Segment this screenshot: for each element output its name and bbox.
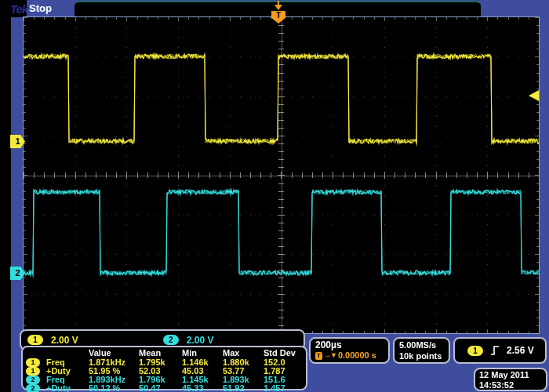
column-header-max: Max (223, 348, 264, 358)
time-display: 14:53:52 (479, 380, 542, 390)
measurement-channel-badge: 1 (26, 358, 40, 367)
measurement-channel-badge: 1 (26, 367, 40, 376)
rising-edge-icon (490, 345, 500, 356)
graticule (24, 17, 539, 333)
trigger-source-badge: 1 (467, 346, 483, 356)
trigger-position-arrow-icon (274, 5, 282, 10)
waveform-display (24, 17, 539, 333)
sample-rate: 5.00MS/s (399, 339, 444, 350)
oscilloscope-screen: Tek Stop T 1 2 1 2.00 V 2 2.00 V Value M… (0, 0, 549, 392)
measurement-row: 1 +Duty 51.95 % 52.03 45.03 53.77 1.787 (26, 366, 303, 375)
measurement-row: 2 +Duty 50.12 % 50.47 45.33 51.92 1.457 (26, 383, 303, 392)
horizontal-scale: 200µs (315, 339, 384, 350)
channel-2-scale: 2.00 V (187, 335, 214, 346)
trigger-level-value: 2.56 V (507, 345, 534, 356)
measurement-value: 50.12 % (89, 383, 139, 392)
trigger-square-icon: T (315, 352, 322, 360)
date-display: 12 May 2011 (479, 370, 542, 380)
delay-arrow-icon: →▼ (324, 350, 336, 361)
left-bezel-strip (0, 0, 11, 392)
measurement-name: +Duty (46, 383, 89, 392)
horizontal-readout-box: 200µs T →▼ 0.00000 s (309, 337, 390, 364)
record-length: 10k points (399, 350, 444, 361)
measurement-table: Value Mean Min Max Std Dev 1 Freq 1.871k… (21, 346, 307, 390)
measurement-row: 1 Freq 1.871kHz 1.795k 1.146k 1.880k 152… (26, 358, 303, 366)
measurement-header-row: Value Mean Min Max Std Dev (26, 348, 303, 358)
column-header-value: Value (89, 348, 139, 358)
horizontal-delay-readout: T →▼ 0.00000 s (315, 350, 384, 361)
trigger-flag-icon: T (271, 11, 285, 24)
acquisition-status: Stop (29, 2, 52, 14)
measurement-channel-badge: 2 (26, 384, 40, 392)
measurement-max: 51.92 (223, 383, 264, 392)
measurement-min: 45.33 (182, 383, 223, 392)
measurement-channel-badge: 2 (26, 376, 40, 384)
datetime-box: 12 May 2011 14:53:52 (474, 368, 547, 391)
measurement-row: 2 Freq 1.893kHz 1.796k 1.145k 1.893k 151… (26, 375, 303, 383)
channel-2-scale-group: 2 2.00 V (163, 335, 214, 346)
column-header-min: Min (182, 348, 223, 358)
measurement-stddev: 1.457 (264, 383, 303, 392)
channel-1-badge: 1 (27, 335, 43, 345)
channel-2-badge: 2 (163, 335, 179, 345)
channel-1-scale: 2.00 V (51, 335, 78, 346)
measurement-mean: 50.47 (139, 383, 182, 392)
trigger-position-marker: T (271, 1, 285, 24)
horizontal-delay-value: 0.00000 s (338, 350, 376, 361)
trigger-readout-box: 1 2.56 V (453, 337, 547, 364)
column-header-mean: Mean (139, 348, 182, 358)
tek-logo: Tek (10, 2, 27, 16)
column-header-stddev: Std Dev (264, 348, 303, 358)
trigger-level-arrow-icon (529, 90, 539, 101)
acquisition-readout-box: 5.00MS/s 10k points (393, 337, 450, 364)
